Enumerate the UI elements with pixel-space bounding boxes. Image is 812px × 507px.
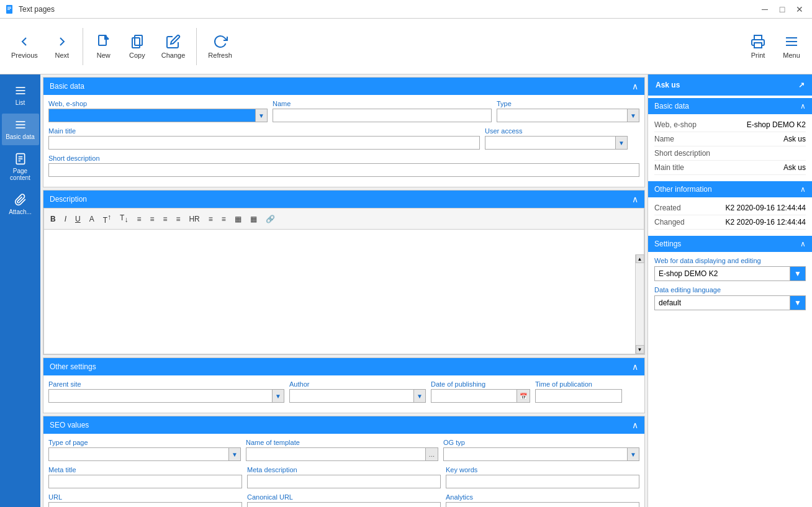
parent-site-label: Parent site [48,380,284,388]
description-header[interactable]: Description ∧ [43,191,644,208]
name-of-template-input-wrapper: ... [246,447,438,461]
short-description-label: Short description [48,155,639,162]
maximize-button[interactable]: □ [775,2,790,17]
new-button[interactable]: New [88,22,119,71]
basic-data-chevron: ∧ [632,81,638,91]
web-eshop-label: Web, e-shop [48,100,268,107]
og-typ-dropdown-btn[interactable]: ▼ [628,447,639,461]
sidebar-item-page-content[interactable]: Page content [2,148,39,186]
name-of-template-input[interactable] [246,447,426,461]
desc-align-left-btn[interactable]: ≡ [133,211,145,227]
canonical-url-input[interactable] [247,502,441,507]
right-panel-settings-header[interactable]: Settings ∧ [648,236,812,252]
date-publishing-input[interactable]: 16/09/2020 [431,389,517,403]
url-input[interactable]: ask-us [48,502,242,507]
desc-hr-btn[interactable]: HR [185,211,203,227]
desc-align-center-btn[interactable]: ≡ [146,211,158,227]
analytics-label: Analytics [446,493,639,501]
date-input-wrapper: 16/09/2020 📅 [431,389,530,403]
expand-icon[interactable]: ↗ [798,81,805,89]
desc-align-right-btn[interactable]: ≡ [159,211,171,227]
previous-button[interactable]: Previous [5,22,44,71]
change-button[interactable]: Change [155,22,192,71]
seo-row-1: Type of page ▼ Name of template ... [48,439,639,461]
type-input-wrapper: ▼ [497,109,639,122]
refresh-icon [213,34,228,49]
copy-icon [130,34,145,49]
sidebar-list-label: List [16,99,25,106]
user-access-input[interactable]: All [485,136,616,150]
menu-button[interactable]: Menu [776,22,807,71]
right-panel-value-0: E-shop DEMO K2 [747,120,806,129]
right-panel-label-0: Web, e-shop [654,120,697,129]
og-typ-input[interactable] [443,447,628,461]
desc-justify-btn[interactable]: ≡ [172,211,184,227]
meta-title-input[interactable] [48,475,242,488]
web-for-data-label: Web for data displaying and editing [654,257,806,264]
url-label: URL [48,493,242,501]
next-button[interactable]: Next [47,22,78,71]
desc-sup-btn[interactable]: T↑ [99,211,115,227]
desc-table-btn[interactable]: ▦ [231,211,245,227]
desc-color-btn[interactable]: A [86,211,98,227]
description-container: B I U A T↑ T↓ ≡ ≡ ≡ ≡ HR ≡ ≡ ▦ ▦ 🔗 [43,208,644,354]
desc-scroll-down[interactable]: ▼ [636,345,644,354]
analytics-input[interactable] [446,502,639,507]
web-eshop-input[interactable]: E-shop DEMO K2 [48,109,256,122]
refresh-button[interactable]: Refresh [202,22,238,71]
type-of-page-field: Type of page ▼ [48,439,241,461]
parent-site-dropdown-btn[interactable]: ▼ [273,389,284,403]
user-access-dropdown-btn[interactable]: ▼ [616,136,628,150]
date-calendar-btn[interactable]: 📅 [517,389,530,403]
seo-values-header[interactable]: SEO values ∧ [43,416,644,434]
desc-ol-btn[interactable]: ≡ [205,211,217,227]
desc-scroll-up[interactable]: ▲ [636,254,644,263]
desc-table2-btn[interactable]: ▦ [246,211,261,227]
meta-description-input[interactable] [247,475,441,488]
close-button[interactable]: ✕ [792,2,807,17]
print-button[interactable]: Print [742,22,774,71]
sidebar-item-basic-data[interactable]: Basic data [2,114,39,145]
desc-ul-btn[interactable]: ≡ [218,211,230,227]
type-input[interactable] [497,109,628,122]
seo-values-title: SEO values [50,421,89,429]
right-panel-created-value: K2 2020-09-16 12:44:44 [726,204,806,212]
name-input[interactable]: Ask us [273,109,492,122]
right-panel-basic-data-header[interactable]: Basic data ∧ [648,98,812,114]
copy-button[interactable]: Copy [122,22,153,71]
desc-underline-btn[interactable]: U [71,211,84,227]
minimize-button[interactable]: ─ [757,2,772,17]
time-publication-input[interactable]: 12:43:14 [535,389,622,403]
type-of-page-input[interactable] [48,447,229,461]
type-of-page-dropdown-btn[interactable]: ▼ [229,447,241,461]
svg-rect-6 [135,35,142,45]
sidebar-item-attach[interactable]: Attach... [2,189,39,220]
desc-bold-btn[interactable]: B [47,211,60,227]
key-words-input[interactable] [446,475,639,488]
web-for-data-value: E-shop DEMO K2 [655,267,790,280]
web-for-data-dropdown-btn[interactable]: ▼ [790,267,805,280]
desc-sub-btn[interactable]: T↓ [116,211,132,227]
short-description-input[interactable] [48,163,639,177]
parent-site-field: Parent site ▼ [48,380,284,403]
type-dropdown-btn[interactable]: ▼ [628,109,639,122]
other-settings-row: Parent site ▼ Author ▼ [48,380,639,403]
desc-scrollbar: ▲ ▼ [635,254,644,354]
web-eshop-field: Web, e-shop E-shop DEMO K2 ▼ [48,100,268,122]
basic-data-header[interactable]: Basic data ∧ [43,78,644,95]
desc-link-btn[interactable]: 🔗 [262,211,279,227]
user-access-input-wrapper: All ▼ [485,136,628,150]
desc-italic-btn[interactable]: I [61,211,70,227]
sidebar-item-list[interactable]: List [2,79,39,111]
main-title-input[interactable]: Ask us [48,136,480,150]
name-of-template-dots-btn[interactable]: ... [426,447,438,461]
author-input[interactable] [289,389,414,403]
author-dropdown-btn[interactable]: ▼ [414,389,426,403]
description-textarea[interactable] [44,230,644,354]
other-settings-header[interactable]: Other settings ∧ [43,358,644,375]
data-editing-language-dropdown-btn[interactable]: ▼ [790,296,805,310]
web-eshop-dropdown-btn[interactable]: ▼ [256,109,268,122]
description-section: Description ∧ B I U A T↑ T↓ ≡ ≡ ≡ ≡ HR ≡ [43,190,645,355]
right-panel-other-info-header[interactable]: Other information ∧ [648,181,812,197]
parent-site-input[interactable] [48,389,273,403]
